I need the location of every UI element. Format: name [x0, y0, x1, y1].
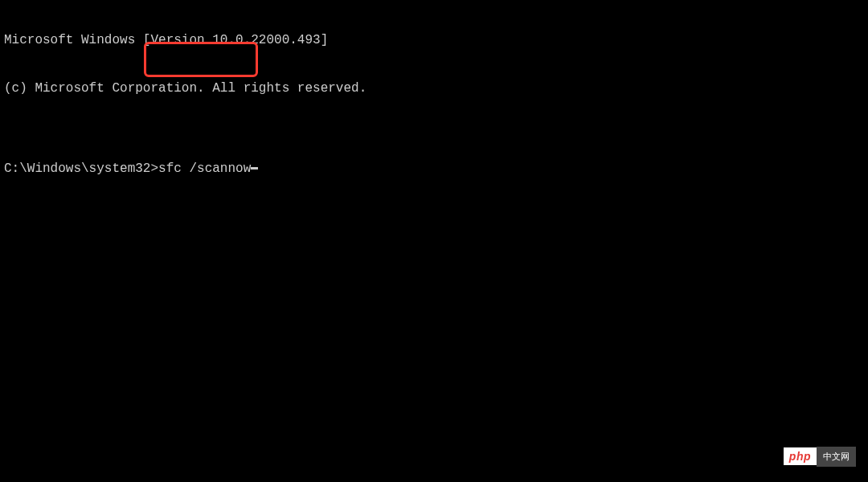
terminal-output[interactable]: Microsoft Windows [Version 10.0.22000.49… — [0, 0, 868, 193]
copyright-line: (c) Microsoft Corporation. All rights re… — [0, 80, 868, 96]
prompt-line[interactable]: C:\Windows\system32>sfc /scannow — [0, 161, 868, 177]
watermark-right: 中文网 — [817, 447, 856, 467]
command-input[interactable]: sfc /scannow — [158, 161, 251, 177]
prompt-text: C:\Windows\system32> — [4, 161, 158, 177]
cursor-icon — [251, 167, 258, 170]
version-line: Microsoft Windows [Version 10.0.22000.49… — [0, 32, 868, 48]
watermark-badge: php 中文网 — [784, 447, 856, 466]
watermark-left: php — [784, 447, 817, 465]
